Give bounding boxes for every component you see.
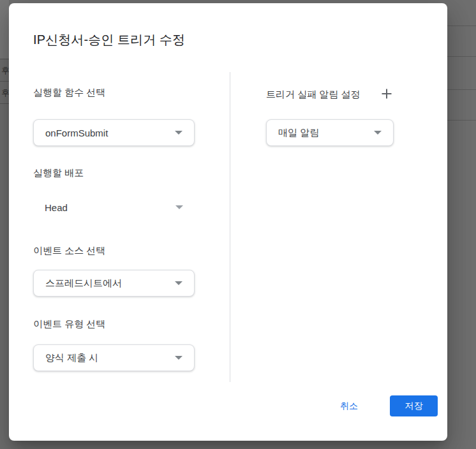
notification-frequency-value: 매일 알림 — [278, 127, 374, 139]
caret-down-icon — [175, 356, 182, 360]
background-table-header — [0, 0, 9, 59]
background-row-divider — [447, 120, 476, 121]
deployment-select[interactable]: Head — [33, 195, 195, 220]
column-divider — [230, 72, 230, 382]
dialog-title: IP신청서-승인 트리거 수정 — [33, 31, 185, 48]
event-source-select-value: 스프레드시트에서 — [45, 277, 175, 290]
caret-down-icon — [175, 281, 182, 285]
deployment-select-value: Head — [45, 202, 175, 213]
background-row-divider — [447, 56, 476, 57]
event-source-select[interactable]: 스프레드시트에서 — [33, 270, 195, 297]
background-table-row: 후 — [0, 82, 9, 104]
plus-icon — [381, 88, 392, 99]
deployment-select-label: 실행할 배포 — [33, 166, 84, 179]
background-row-divider — [447, 26, 476, 26]
background-table-left: 후 후 — [0, 0, 9, 449]
cancel-button[interactable]: 취소 — [330, 395, 368, 416]
event-source-select-label: 이벤트 소스 선택 — [33, 244, 105, 257]
trigger-edit-dialog: IP신청서-승인 트리거 수정 실행할 함수 선택 onFormSubmit 실… — [9, 3, 447, 441]
caret-down-icon — [374, 131, 382, 135]
caret-down-icon — [175, 131, 182, 135]
failure-notification-label: 트리거 실패 알림 설정 — [266, 88, 361, 101]
caret-down-icon — [175, 205, 183, 209]
background-cell-text: 후 — [1, 88, 9, 98]
background-row-divider — [447, 89, 476, 90]
save-button[interactable]: 저장 — [390, 395, 438, 416]
event-type-select[interactable]: 양식 제출 시 — [33, 344, 195, 371]
event-type-select-label: 이벤트 유형 선택 — [33, 318, 105, 330]
background-table-row: 후 — [0, 59, 9, 82]
background-cell-text: 후 — [1, 66, 9, 75]
function-select-label: 실행할 함수 선택 — [33, 86, 105, 99]
background-table-right — [447, 0, 476, 449]
function-select-value: onFormSubmit — [45, 128, 175, 138]
add-notification-button[interactable] — [378, 85, 396, 103]
event-type-select-value: 양식 제출 시 — [45, 352, 175, 364]
function-select[interactable]: onFormSubmit — [33, 119, 195, 146]
notification-frequency-select[interactable]: 매일 알림 — [266, 119, 394, 146]
